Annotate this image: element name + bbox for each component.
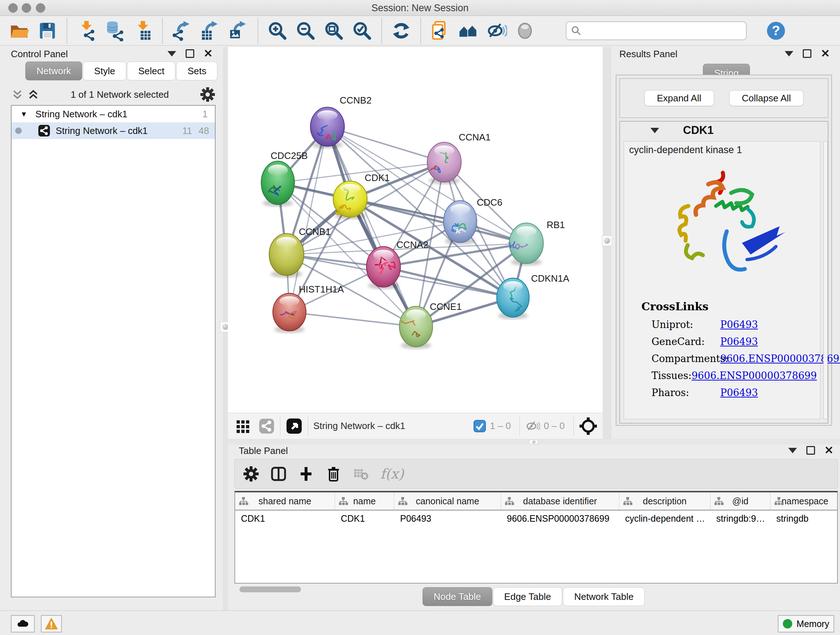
node-CDK1[interactable]: CDK1 [333,172,390,219]
add-column-icon[interactable] [298,466,314,482]
import-network-database-button[interactable] [101,19,129,42]
clear-table-icon[interactable] [353,466,369,482]
node-CCNE1[interactable]: CCNE1 [399,301,462,349]
tab-network[interactable]: Network [25,62,82,80]
fit-selected-crosshair-icon[interactable] [579,417,598,435]
import-table-file-button[interactable] [129,19,157,42]
delete-column-icon[interactable] [325,466,342,482]
save-session-button[interactable] [33,19,62,42]
column-header-description[interactable]: description [619,492,711,510]
function-builder-icon[interactable]: f(x) [380,466,404,482]
clone-network-button[interactable] [426,19,454,42]
export-image-button[interactable] [224,19,253,42]
search-input[interactable] [582,23,742,39]
column-header-name[interactable]: name [335,492,394,510]
zoom-selected-button[interactable] [348,19,376,42]
zoom-out-button[interactable] [292,19,320,42]
network-canvas[interactable]: CCNB2 CCNA1 CDC25B CDK1 CDC6 RB1 CCNB1 [228,47,603,413]
help-button[interactable]: ? [762,19,790,42]
node-RB1[interactable]: RB1 [508,219,565,266]
node-CDKN1A[interactable]: CDKN1A [497,273,569,319]
search-field[interactable] [566,21,747,40]
hide-selected-button[interactable] [483,19,511,42]
collection-expand-icon[interactable]: ▼ [20,110,27,119]
column-header-database-identifier[interactable]: database identifier [501,492,619,510]
refresh-layout-button[interactable] [387,19,415,42]
crosslink-link[interactable]: P06493 [720,336,758,347]
warning-button[interactable] [41,615,62,632]
column-header-@id[interactable]: @id [711,492,771,510]
export-table-button[interactable] [196,19,224,42]
crosslink-link[interactable]: 9606.ENSP00000378699 [692,370,817,381]
export-network-button[interactable] [168,19,196,42]
memory-button[interactable]: Memory [778,615,834,632]
column-header-namespace[interactable]: namespace [771,492,840,510]
tab-node-table[interactable]: Node Table [423,587,493,606]
table-cell[interactable]: P06493 [394,510,501,526]
show-all-button[interactable] [511,19,539,42]
hidden-eye-icon[interactable] [525,418,540,434]
cloud-button[interactable] [11,615,35,632]
right-splitter-handle[interactable] [602,235,612,246]
zoom-in-button[interactable] [264,19,292,42]
edge-CCNB2-CCNA1[interactable] [327,127,444,162]
title-bar[interactable]: Session: New Session [0,0,840,16]
first-neighbors-button[interactable] [454,19,483,42]
expand-all-icon[interactable] [27,88,40,101]
crosslink-link[interactable]: P06493 [720,319,758,330]
collapse-all-button[interactable]: Collapse All [729,90,804,106]
node-CCNB2[interactable]: CCNB2 [310,95,371,149]
node-table[interactable]: shared name name canonical name database… [234,491,838,584]
close-table-icon[interactable]: ✕ [824,446,834,455]
table-gear-icon[interactable] [243,466,259,482]
collapse-all-icon[interactable] [11,88,24,101]
column-header-canonical-name[interactable]: canonical name [394,492,501,510]
network-collection-row[interactable]: ▼ String Network – cdk1 1 [11,106,215,122]
open-session-button[interactable] [5,19,33,42]
edge-CCNB2-CCNE1[interactable] [327,127,416,326]
float-results-icon[interactable] [803,49,812,58]
edge-CCNA2-CDKN1A[interactable] [384,267,513,298]
show-columns-icon[interactable] [270,466,287,482]
table-cell[interactable]: CDK1 [335,510,394,526]
network-share-icon[interactable] [258,418,275,434]
float-table-icon[interactable] [806,446,815,455]
horizontal-splitter-handle[interactable] [529,440,538,444]
table-cell[interactable]: stringdb:9… [711,510,771,526]
grid-view-icon[interactable] [235,417,253,435]
crosslink-link[interactable]: P06493 [720,387,758,398]
edge-CCNE1-HIST1H1A[interactable] [289,312,416,326]
table-row[interactable]: CDK1CDK1P064939606.ENSP00000378699cyclin… [235,510,837,526]
column-header-shared-name[interactable]: shared name [235,492,335,510]
import-network-file-button[interactable] [73,19,101,42]
close-results-icon[interactable]: ✕ [821,49,830,58]
tab-style[interactable]: Style [83,62,126,80]
tab-network-table[interactable]: Network Table [563,587,645,606]
table-cell[interactable]: CDK1 [235,510,335,526]
gene-collapse-icon[interactable] [651,128,659,133]
node-CDC25B[interactable]: CDC25B [261,150,308,207]
close-panel-icon[interactable]: ✕ [204,49,213,58]
network-row-selected[interactable]: String Network – cdk1 11 48 [11,122,215,139]
crosslink-link[interactable]: 9606.ENSP00000378699 [720,353,840,364]
control-panel-tabs: NetworkStyleSelectSets [25,62,218,80]
node-HIST1H1A[interactable]: HIST1H1A [273,284,344,333]
collapse-results-icon[interactable] [785,51,793,57]
crosslink-row: Pharos: P06493 [652,384,814,401]
gear-icon[interactable] [200,87,216,103]
zoom-fit-button[interactable] [320,19,348,42]
table-cell[interactable]: stringdb [771,510,840,526]
collapse-panel-icon[interactable] [167,51,176,57]
node-CDC6[interactable]: CDC6 [444,197,502,245]
results-scrollbar[interactable] [823,141,828,419]
table-cell[interactable]: cyclin-dependent … [619,510,711,526]
expand-all-button[interactable]: Expand All [644,90,714,106]
tab-edge-table[interactable]: Edge Table [493,587,562,606]
tab-sets[interactable]: Sets [176,62,218,80]
tab-select[interactable]: Select [127,62,175,80]
collapse-table-icon[interactable] [788,448,797,453]
selected-checkbox-icon[interactable] [473,420,486,432]
float-panel-icon[interactable] [186,49,194,58]
table-cell[interactable]: 9606.ENSP00000378699 [501,510,619,526]
birds-eye-view-icon[interactable] [286,417,303,435]
